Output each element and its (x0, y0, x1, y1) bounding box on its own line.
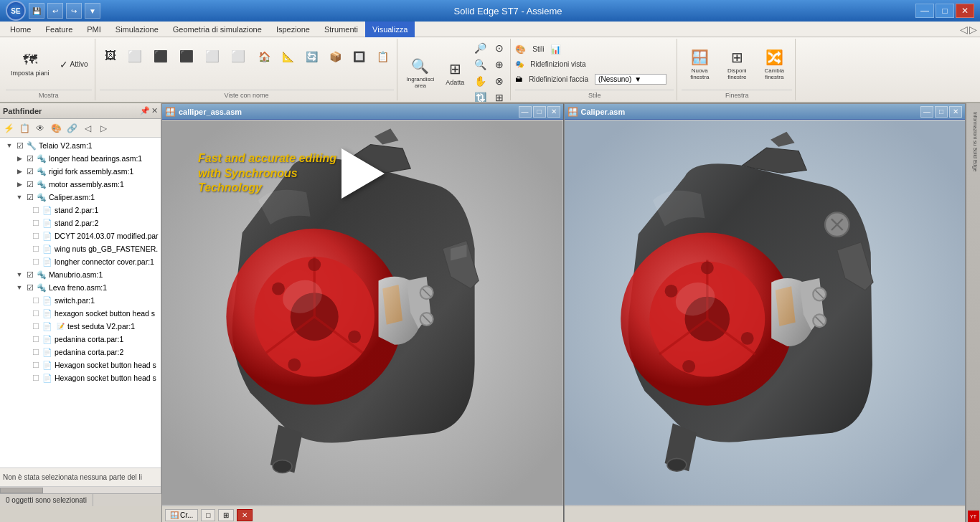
calliper-restore-btn[interactable]: □ (533, 106, 546, 118)
tree-item-wingnuts[interactable]: ☐ 📄 wing nuts gb_GB_FASTENER. (0, 242, 161, 255)
ribbon-btn-ridefinizioni-faccia[interactable]: Ridefinizioni faccia (525, 73, 592, 85)
wb-btn-restore[interactable]: □ (201, 509, 215, 521)
ribbon-btn-zoom-in[interactable]: 🔎 (471, 40, 490, 56)
menu-geometria[interactable]: Geometria di simulazione (166, 22, 269, 37)
tree-item-leva[interactable]: ▼ ☑ 🔩 Leva freno.asm:1 (0, 281, 161, 294)
tree-cb-ped1[interactable]: ☐ (32, 335, 40, 343)
close-btn[interactable]: ✕ (956, 4, 974, 18)
tree-item-longher-cover[interactable]: ☐ 📄 longher connector cover.par:1 (0, 255, 161, 268)
quick-save-btn[interactable]: 💾 (29, 3, 44, 19)
ribbon-btn-ridefinizioni[interactable]: Ridefinizioni vista (527, 58, 589, 70)
menu-pmi[interactable]: PMI (80, 22, 108, 37)
menu-visualizza[interactable]: Visualizza (365, 22, 415, 37)
ribbon-btn-disponi[interactable]: ⊞ Disponifinestre (719, 44, 755, 84)
caliper-close-btn[interactable]: ✕ (949, 106, 962, 118)
ribbon-btn-nuova-finestra[interactable]: 🪟 Nuovafinestra (682, 44, 717, 84)
tree-cb-wingnuts[interactable]: ☐ (32, 245, 40, 253)
wb-btn-close[interactable]: ✕ (237, 509, 253, 521)
nessuno-dropdown[interactable]: (Nessuno) ▼ (595, 74, 666, 85)
pathfinder-close-icon[interactable]: ✕ (151, 106, 158, 115)
ribbon-btn-cambia[interactable]: 🔀 Cambiafinestra (756, 44, 792, 84)
minimize-btn[interactable]: — (915, 4, 934, 18)
tree-expand-telaio[interactable]: ▼ (4, 141, 14, 151)
tree-item-switch[interactable]: ☐ 📄 switch.par:1 (0, 294, 161, 307)
ribbon-btn-o2[interactable]: ⊕ (491, 57, 507, 72)
ribbon-btn-v8[interactable]: 📐 (277, 44, 299, 70)
rs-youtube-btn[interactable]: YT (968, 511, 979, 522)
ribbon-btn-rotate[interactable]: 🔃 (471, 90, 490, 103)
tree-item-longer[interactable]: ▶ ☑ 🔩 longer head bearings.asm:1 (0, 152, 161, 165)
ribbon-btn-o3[interactable]: ⊗ (491, 73, 507, 89)
ribbon-btn-v12[interactable]: 📋 (372, 44, 394, 70)
pf-btn-5[interactable]: 🔗 (65, 121, 79, 136)
tree-expand-leva[interactable]: ▼ (14, 283, 24, 293)
calliper-close-btn[interactable]: ✕ (547, 106, 560, 118)
tree-cb-hex1[interactable]: ☐ (32, 309, 40, 318)
quick-redo-btn[interactable]: ↪ (66, 3, 82, 19)
ribbon-btn-v7[interactable]: 🏠 (253, 44, 275, 70)
tree-item-dcyt[interactable]: ☐ 📄 DCYT 2014.03.07 modified.par (0, 229, 161, 242)
ribbon-btn-v9[interactable]: 🔄 (301, 44, 323, 70)
tree-item-hex-socket3[interactable]: ☐ 📄 Hexagon socket button head s (0, 371, 161, 384)
ribbon-btn-adatta[interactable]: ⊞ Adatta (440, 53, 469, 92)
tree-item-stand2[interactable]: ☐ 📄 stand 2.par:2 (0, 217, 161, 229)
hscrollbar-thumb[interactable] (0, 488, 43, 493)
tree-expand-longer[interactable]: ▶ (14, 153, 24, 163)
pathfinder-pin-icon[interactable]: 📌 (140, 106, 150, 115)
tree-item-hex-socket1[interactable]: ☐ 📄 hexagon socket button head s (0, 307, 161, 320)
ribbon-btn-o4[interactable]: ⊞ (491, 90, 507, 103)
tree-cb-rigid[interactable]: ☑ (26, 167, 34, 176)
tree-item-telaio[interactable]: ▼ ☑ 🔧 Telaio V2.asm:1 (0, 139, 161, 152)
tree-expand-rigid[interactable]: ▶ (14, 166, 24, 176)
tree-expand-manubrio[interactable]: ▼ (14, 270, 24, 280)
tree-cb-motor[interactable]: ☑ (26, 180, 34, 189)
tree-item-manubrio[interactable]: ▼ ☑ 🔩 Manubrio.asm:1 (0, 268, 161, 281)
tree-expand-motor[interactable]: ▶ (14, 179, 24, 189)
wb-tab-cr[interactable]: 🪟 Cr... (165, 509, 198, 521)
tree-cb-caliper[interactable]: ☑ (26, 193, 34, 201)
pathfinder-hscroll[interactable] (0, 486, 161, 493)
tree-item-test-seduta[interactable]: ☐ 📄 📝 test seduta V2.par:1 (0, 320, 161, 333)
menu-feature[interactable]: Feature (38, 22, 80, 37)
caliper-minimize-btn[interactable]: — (920, 106, 933, 118)
tree-item-motor[interactable]: ▶ ☑ 🔩 motor assembly.asm:1 (0, 178, 161, 191)
menu-ispezione[interactable]: Ispezione (269, 22, 317, 37)
pf-btn-nav-right[interactable]: ▷ (96, 121, 110, 136)
ribbon-btn-pan[interactable]: ✋ (471, 73, 490, 89)
menu-simulazione[interactable]: Simulazione (108, 22, 166, 37)
tree-cb-ped2[interactable]: ☐ (32, 348, 40, 356)
pf-btn-4[interactable]: 🎨 (49, 121, 63, 136)
calliper-content[interactable]: Fast and accurate editing with Synchrono… (162, 120, 563, 506)
ribbon-btn-stili[interactable]: Stili (529, 43, 547, 55)
nav-fwd-icon[interactable]: ▷ (969, 24, 977, 35)
ribbon-btn-v1[interactable]: 🖼 (100, 42, 121, 70)
ribbon-btn-v10[interactable]: 📦 (324, 44, 347, 70)
tree-cb-stand2[interactable]: ☐ (32, 219, 40, 227)
pf-btn-2[interactable]: 📋 (17, 121, 32, 136)
tree-cb-telaio[interactable]: ☑ (16, 141, 24, 150)
ribbon-btn-attivo[interactable]: ✓ Attivo (56, 57, 92, 72)
quick-more-btn[interactable]: ▼ (85, 3, 100, 19)
tree-item-pedanina1[interactable]: ☐ 📄 pedanina corta.par:1 (0, 333, 161, 346)
menu-strumenti[interactable]: Strumenti (317, 22, 365, 37)
tree-expand-caliper[interactable]: ▼ (14, 192, 24, 202)
tree-cb-manubrio[interactable]: ☑ (26, 270, 34, 279)
ribbon-btn-imposta-piani[interactable]: 🗺 Imposta piani (6, 44, 55, 85)
ribbon-btn-v11[interactable]: 🔲 (348, 44, 370, 70)
wb-btn-max[interactable]: ⊞ (218, 509, 234, 521)
tree-cb-leva[interactable]: ☑ (26, 283, 34, 292)
tree-item-rigid[interactable]: ▶ ☑ 🔩 rigid fork assembly.asm:1 (0, 165, 161, 178)
caliper-right-content[interactable] (565, 120, 966, 506)
tree-cb-switch[interactable]: ☐ (32, 296, 40, 305)
pf-btn-3[interactable]: 👁 (33, 121, 47, 136)
calliper-minimize-btn[interactable]: — (519, 106, 532, 118)
tree-item-hex-socket2[interactable]: ☐ 📄 Hexagon socket button head s (0, 359, 161, 371)
caliper-restore-btn[interactable]: □ (935, 106, 948, 118)
hscrollbar-track[interactable] (0, 488, 161, 493)
ribbon-btn-v3[interactable]: ⬛ (149, 42, 173, 70)
pf-btn-1[interactable]: ⚡ (1, 121, 16, 136)
ribbon-btn-o1[interactable]: ⊙ (491, 40, 507, 56)
tree-cb-hex2[interactable]: ☐ (32, 361, 40, 369)
ribbon-btn-zoom-out[interactable]: 🔍 (471, 57, 490, 72)
tree-cb-dcyt[interactable]: ☐ (32, 232, 40, 240)
